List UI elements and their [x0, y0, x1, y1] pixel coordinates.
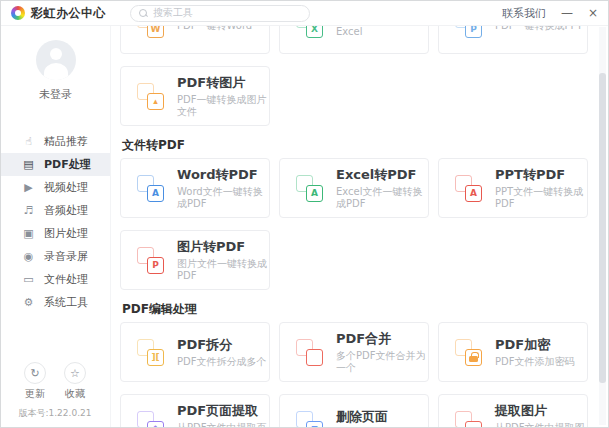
icon-glyph: ][	[151, 353, 159, 362]
card-desc: Excel文件一键转换成PDF	[336, 186, 428, 210]
card-title: PDF转图片	[177, 75, 269, 90]
sidebar-item-label: PDF处理	[44, 157, 91, 172]
icon-glyph: P	[470, 26, 477, 34]
favorites-button[interactable]: ☆ 收藏	[64, 362, 86, 401]
card-desc: PDF文件添加密码	[495, 356, 574, 368]
sidebar-item-file[interactable]: ▭ 文件处理	[1, 268, 110, 291]
sidebar-item-pdf[interactable]: ▤ PDF处理	[1, 153, 110, 176]
card-title: PDF加密	[495, 337, 574, 352]
tool-card-pdf-to-image[interactable]: ▴ PDF转图片 PDF一键转换成图片文件	[120, 66, 270, 126]
gear-icon: ⚙	[22, 296, 35, 309]
app-logo-icon	[11, 6, 25, 20]
sidebar-item-featured[interactable]: ☝ 精品推荐	[1, 130, 110, 153]
card-desc: 图片文件一键转换成PDF	[177, 258, 269, 282]
pdf-merge-icon	[296, 339, 323, 366]
icon-front-square: P	[147, 257, 164, 274]
icon-front-square: ][	[147, 349, 164, 366]
card-desc: 多个PDF文件合并为一个	[336, 350, 428, 374]
search-icon	[139, 9, 148, 18]
card-title: PDF页面提取	[177, 403, 269, 418]
extract-image-icon: ▴	[455, 411, 482, 428]
tool-card-extract-images[interactable]: ▴ 提取图片 从PDF文件中提取图片	[438, 394, 588, 427]
sidebar-item-label: 精品推荐	[44, 134, 88, 149]
card-title: 提取图片	[495, 403, 587, 418]
contact-us-link[interactable]: 联系我们	[502, 6, 546, 21]
card-desc: 从PDF文件中提取页面	[177, 422, 269, 428]
icon-front-square	[306, 349, 323, 366]
icon-glyph: P	[152, 261, 159, 270]
search-input[interactable]: 搜索工具	[130, 5, 310, 22]
page-extract-icon: ↑	[137, 411, 164, 428]
sidebar-item-image[interactable]: ▣ 图片处理	[1, 222, 110, 245]
close-button[interactable]: ×	[588, 7, 598, 19]
sidebar: 未登录 ☝ 精品推荐 ▤ PDF处理 ▶ 视频处理 ♬ 音频处理 ▣ 图片处理	[1, 26, 111, 427]
tool-card-pdf-merge[interactable]: PDF合并 多个PDF文件合并为一个	[279, 322, 429, 382]
icon-front-square: A	[147, 185, 164, 202]
tool-card-excel-to-pdf[interactable]: A Excel转PDF Excel文件一键转换成PDF	[279, 158, 429, 218]
lock-icon	[455, 339, 482, 366]
video-play-icon: ▶	[22, 181, 35, 194]
pdf-to-image-icon: ▴	[137, 83, 164, 110]
icon-front-square: W	[147, 26, 164, 38]
icon-glyph: A	[311, 189, 318, 198]
scrollbar-track[interactable]	[599, 27, 606, 425]
sidebar-item-label: 视频处理	[44, 180, 88, 195]
icon-front-square	[465, 349, 482, 366]
star-icon: ☆	[64, 362, 86, 384]
tool-card-pdf-to-ppt[interactable]: P PDF一键转换成PPT	[438, 26, 588, 54]
ppt-to-pdf-icon: A	[455, 175, 482, 202]
card-row: ▴ PDF转图片 PDF一键转换成图片文件	[120, 66, 597, 126]
card-desc: 从PDF文件中提取图片	[495, 422, 587, 428]
tool-card-image-to-pdf[interactable]: P 图片转PDF 图片文件一键转换成PDF	[120, 230, 270, 290]
card-desc: PDF文件拆分成多个	[177, 356, 266, 368]
icon-front-square: A	[306, 185, 323, 202]
card-title: PDF合并	[336, 331, 428, 346]
sidebar-item-record[interactable]: ◉ 录音录屏	[1, 245, 110, 268]
login-status[interactable]: 未登录	[1, 87, 110, 102]
tool-card-pdf-to-word[interactable]: W PDF一键转Word	[120, 26, 270, 54]
icon-front-square: ≣	[306, 421, 323, 428]
tool-card-word-to-pdf[interactable]: A Word转PDF Word文件一键转换成PDF	[120, 158, 270, 218]
sidebar-item-label: 文件处理	[44, 272, 88, 287]
section-header-file-to-pdf: 文件转PDF	[122, 138, 597, 152]
card-desc: PDF一键转换成Excel	[336, 26, 428, 38]
card-title: 删除页面	[336, 409, 415, 424]
word-to-pdf-icon: A	[137, 175, 164, 202]
sidebar-item-audio[interactable]: ♬ 音频处理	[1, 199, 110, 222]
sidebar-item-label: 系统工具	[44, 295, 88, 310]
sidebar-item-system[interactable]: ⚙ 系统工具	[1, 291, 110, 314]
card-row: ↑ PDF页面提取 从PDF文件中提取页面 ≣ 删除页面 删除PDF中的页面	[120, 394, 597, 427]
user-avatar[interactable]	[36, 40, 76, 80]
icon-front-square: ↑	[147, 421, 164, 428]
version-label: 版本号:1.22.0.21	[1, 407, 109, 420]
tool-card-pdf-encrypt[interactable]: PDF加密 PDF文件添加密码	[438, 322, 588, 382]
tool-card-pdf-to-excel[interactable]: X PDF一键转换成Excel	[279, 26, 429, 54]
icon-front-square: ▴	[147, 93, 164, 110]
tool-card-pdf-split[interactable]: ][ PDF拆分 PDF文件拆分成多个	[120, 322, 270, 382]
card-row: P 图片转PDF 图片文件一键转换成PDF	[120, 230, 597, 290]
icon-glyph: ▴	[153, 97, 158, 106]
tool-card-pdf-page-extract[interactable]: ↑ PDF页面提取 从PDF文件中提取页面	[120, 394, 270, 427]
sidebar-item-video[interactable]: ▶ 视频处理	[1, 176, 110, 199]
tool-card-ppt-to-pdf[interactable]: A PPT转PDF PPT文件一键转换成PDF	[438, 158, 588, 218]
update-button[interactable]: ↻ 更新	[24, 362, 46, 401]
sidebar-footer: ↻ 更新 ☆ 收藏 版本号:1.22.0.21	[1, 362, 109, 420]
icon-front-square: A	[465, 185, 482, 202]
pdf-split-icon: ][	[137, 339, 164, 366]
app-title: 彩虹办公中心	[31, 5, 106, 22]
pdf-pages-icon: ▤	[22, 158, 35, 171]
scrollbar-thumb[interactable]	[599, 73, 606, 383]
card-title: 图片转PDF	[177, 239, 269, 254]
tool-card-delete-pages[interactable]: ≣ 删除页面 删除PDF中的页面	[279, 394, 429, 427]
picture-icon: ▣	[22, 227, 35, 240]
minimize-button[interactable]: —	[561, 7, 573, 19]
avatar-person-icon	[50, 48, 62, 60]
pdf-to-excel-icon: X	[296, 26, 323, 38]
icon-glyph: ▴	[471, 425, 476, 428]
sidebar-menu: ☝ 精品推荐 ▤ PDF处理 ▶ 视频处理 ♬ 音频处理 ▣ 图片处理 ◉ 录音…	[1, 130, 110, 314]
card-row: W PDF一键转Word X PDF一键转换成Excel	[120, 26, 597, 54]
window-controls: 联系我们 — ×	[502, 6, 598, 21]
icon-front-square: P	[465, 26, 482, 38]
card-title: PDF拆分	[177, 337, 266, 352]
card-row: ][ PDF拆分 PDF文件拆分成多个 PDF合并 多个PDF文件合并为一个	[120, 322, 597, 382]
